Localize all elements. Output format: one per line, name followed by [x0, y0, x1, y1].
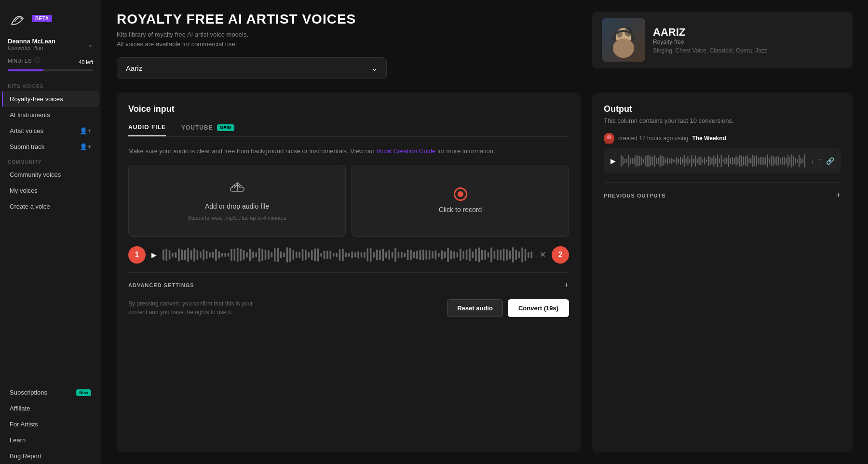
artist-info: AARIZ Royalty-free Singing, Chest Voice,… [653, 26, 767, 54]
svg-rect-155 [667, 158, 668, 165]
output-subtitle: This column contains your last 10 conver… [604, 117, 841, 124]
kits-logo [8, 9, 27, 28]
svg-rect-101 [453, 251, 455, 259]
tab-audio-file[interactable]: AUDIO FILE [128, 124, 166, 136]
svg-rect-166 [687, 156, 688, 166]
svg-rect-153 [663, 157, 664, 166]
convert-button[interactable]: Convert (19s) [508, 299, 569, 317]
svg-rect-188 [728, 155, 729, 167]
svg-rect-176 [706, 159, 707, 162]
sidebar-item-learn[interactable]: Learn [2, 432, 99, 448]
svg-rect-62 [333, 253, 335, 257]
svg-rect-199 [748, 159, 749, 164]
dropdown-chevron-icon: ⌄ [371, 64, 378, 73]
reset-audio-button[interactable]: Reset audio [447, 299, 503, 317]
svg-rect-123 [521, 247, 523, 262]
play-button[interactable]: ▶ [151, 251, 157, 259]
upload-cloud-icon [230, 181, 245, 198]
svg-rect-212 [773, 156, 773, 166]
close-waveform-button[interactable]: ✕ [540, 250, 546, 259]
svg-rect-205 [760, 157, 760, 165]
svg-rect-151 [660, 155, 661, 167]
svg-rect-193 [737, 158, 738, 164]
link-button[interactable]: 🔗 [826, 157, 834, 165]
royalty-free-voices-label: Royalty-free voices [10, 95, 63, 103]
svg-rect-13 [181, 250, 183, 260]
community-section-label: COMMUNITY [0, 155, 101, 167]
record-box[interactable]: Click to record [352, 165, 569, 237]
tab-youtube[interactable]: YOUTUBE New [181, 124, 234, 136]
user-chevron-icon[interactable]: ⌄ [87, 40, 93, 48]
svg-rect-194 [739, 155, 740, 167]
svg-rect-29 [231, 249, 232, 261]
output-item: created 17 hours ago using The Weeknd ▶ … [604, 133, 841, 173]
sidebar: BETA Deanna McLean Converter Plan ⌄ MINU… [0, 0, 101, 464]
sidebar-item-bug-report[interactable]: Bug Report [2, 448, 99, 464]
svg-rect-135 [630, 158, 631, 164]
sidebar-item-artist-voices[interactable]: Artist voices 👤+ [2, 123, 99, 139]
my-voices-label: My voices [10, 187, 38, 194]
svg-rect-70 [357, 251, 359, 258]
svg-rect-107 [472, 251, 474, 258]
upload-file-box[interactable]: Add or drop audio file Supports .wav, .m… [128, 165, 346, 237]
svg-rect-23 [212, 252, 214, 258]
svg-rect-95 [435, 250, 437, 259]
svg-rect-76 [376, 249, 378, 260]
svg-rect-45 [280, 251, 282, 258]
svg-rect-5 [612, 36, 615, 40]
svg-rect-119 [509, 251, 511, 259]
svg-rect-9 [169, 250, 171, 259]
svg-rect-59 [324, 251, 326, 259]
record-label: Click to record [439, 206, 482, 213]
top-area: ROYALTY FREE AI ARTIST VOICES Kits libra… [117, 12, 853, 93]
advanced-settings-toggle[interactable]: + [564, 280, 569, 291]
submit-track-label: Submit track [10, 143, 44, 150]
svg-rect-80 [388, 250, 390, 260]
sidebar-item-submit-track[interactable]: Submit track 👤+ [2, 139, 99, 155]
previous-outputs-toggle[interactable]: + [836, 190, 841, 200]
sidebar-item-create-a-voice[interactable]: Create a voice [2, 199, 99, 214]
svg-rect-79 [385, 252, 387, 258]
sidebar-item-my-voices[interactable]: My voices [2, 183, 99, 199]
sidebar-item-ai-instruments[interactable]: AI Instruments [2, 107, 99, 123]
youtube-new-badge: New [217, 124, 234, 131]
page-title: ROYALTY FREE AI ARTIST VOICES [117, 12, 581, 27]
sidebar-item-affiliate[interactable]: Affiliate [2, 400, 99, 416]
voice-selector-dropdown[interactable]: Aariz ⌄ [117, 57, 387, 79]
download-button[interactable]: ↓ [811, 157, 814, 165]
svg-rect-197 [745, 157, 746, 166]
artist-avatar-svg [602, 18, 645, 62]
svg-rect-216 [780, 158, 781, 164]
svg-rect-88 [413, 252, 415, 258]
svg-rect-117 [503, 249, 505, 261]
svg-rect-213 [774, 158, 775, 164]
svg-rect-116 [500, 250, 502, 260]
svg-rect-145 [649, 155, 650, 167]
svg-rect-133 [626, 159, 627, 163]
page-subtitle: Kits library of royalty free AI artist v… [117, 30, 581, 49]
output-play-button[interactable]: ▶ [610, 157, 616, 165]
sidebar-item-community-voices[interactable]: Community voices [2, 167, 99, 183]
sidebar-item-royalty-free-voices[interactable]: Royalty-free voices [2, 91, 99, 107]
share-button[interactable]: □ [818, 157, 822, 165]
svg-rect-30 [234, 249, 236, 261]
svg-rect-91 [422, 249, 424, 260]
svg-rect-19 [200, 251, 202, 258]
svg-rect-140 [639, 156, 640, 166]
svg-rect-105 [466, 250, 468, 260]
svg-rect-157 [671, 158, 672, 164]
svg-rect-40 [265, 250, 267, 260]
svg-rect-181 [715, 158, 716, 164]
vocal-creation-guide-link[interactable]: Vocal Creation Guide [376, 147, 435, 155]
artist-image [602, 18, 645, 62]
svg-rect-60 [326, 251, 328, 259]
svg-rect-227 [800, 158, 801, 164]
sidebar-user[interactable]: Deanna McLean Converter Plan ⌄ [0, 34, 101, 53]
svg-rect-210 [769, 158, 770, 164]
minutes-section: MINUTES ⓘ 40 left [0, 53, 101, 79]
svg-rect-55 [311, 250, 313, 260]
sidebar-item-subscriptions[interactable]: Subscriptions New [2, 384, 99, 400]
sidebar-item-for-artists[interactable]: For Artists [2, 416, 99, 432]
sidebar-header: BETA [0, 0, 101, 34]
artist-genres: Singing, Chest Voice, Classical, Opera, … [653, 47, 767, 54]
